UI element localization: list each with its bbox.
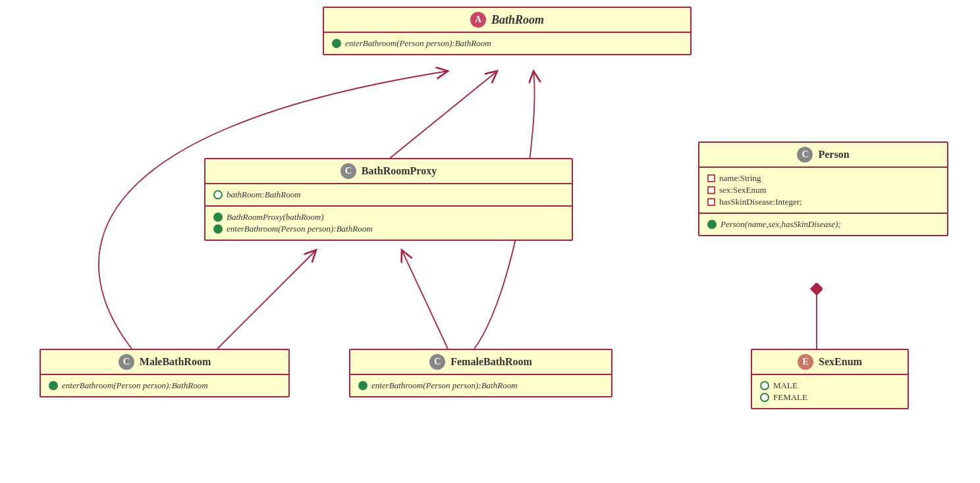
person-field-2: sex:SexEnum xyxy=(707,185,939,195)
diagram-container: A BathRoom enterBathroom(Person person):… xyxy=(0,0,980,483)
method-icon xyxy=(707,220,717,229)
method-icon xyxy=(213,224,223,234)
malebathroom-header: C MaleBathRoom xyxy=(41,350,288,375)
person-name: Person xyxy=(818,149,849,161)
person-method-1: Person(name,sex,hasSkinDisease); xyxy=(707,219,939,230)
sexenum-value-2: FEMALE xyxy=(760,392,900,403)
person-field-3: hasSkinDisease:Integer; xyxy=(707,197,939,207)
field-icon xyxy=(213,190,223,199)
bathroom-badge: A xyxy=(470,12,486,28)
malebathroom-name: MaleBathRoom xyxy=(140,356,211,368)
sexenum-value-1: MALE xyxy=(760,380,900,391)
sexenum-name: SexEnum xyxy=(819,356,862,368)
person-field-1: name:String xyxy=(707,173,939,184)
sexenum-badge: E xyxy=(798,354,813,370)
malebathroom-method-1: enterBathroom(Person person):BathRoom xyxy=(49,380,281,391)
svg-line-1 xyxy=(217,250,316,349)
bathroomproxy-method-1: BathRoomProxy(bathRoom) xyxy=(213,212,564,222)
malebathroom-methods: enterBathroom(Person person):BathRoom xyxy=(41,375,288,396)
bathroomproxy-badge: C xyxy=(340,163,356,179)
bathroom-class: A BathRoom enterBathroom(Person person):… xyxy=(323,7,692,55)
field-icon xyxy=(707,198,715,206)
femalebathroom-class: C FemaleBathRoom enterBathroom(Person pe… xyxy=(349,349,612,397)
method-icon xyxy=(358,381,368,390)
person-fields: name:String sex:SexEnum hasSkinDisease:I… xyxy=(699,168,947,214)
sexenum-header: E SexEnum xyxy=(752,350,908,375)
femalebathroom-method-1: enterBathroom(Person person):BathRoom xyxy=(358,380,603,391)
method-icon xyxy=(213,213,223,222)
bathroom-methods: enterBathroom(Person person):BathRoom xyxy=(324,33,690,54)
value-icon xyxy=(760,393,769,402)
field-icon xyxy=(707,174,715,182)
femalebathroom-name: FemaleBathRoom xyxy=(450,356,532,368)
bathroomproxy-header: C BathRoomProxy xyxy=(205,159,572,184)
field-icon xyxy=(707,186,715,194)
person-badge: C xyxy=(797,147,813,163)
person-class: C Person name:String sex:SexEnum hasSkin… xyxy=(698,141,948,236)
femalebathroom-methods: enterBathroom(Person person):BathRoom xyxy=(350,375,611,396)
bathroomproxy-field-1: bathRoom:BathRoom xyxy=(213,190,564,200)
svg-line-2 xyxy=(402,250,448,349)
bathroom-method-1: enterBathroom(Person person):BathRoom xyxy=(332,38,682,49)
person-header: C Person xyxy=(699,143,947,168)
sexenum-values: MALE FEMALE xyxy=(752,375,908,408)
malebathroom-badge: C xyxy=(119,354,134,370)
malebathroom-class: C MaleBathRoom enterBathroom(Person pers… xyxy=(40,349,290,397)
method-icon xyxy=(332,39,341,48)
arrows-svg xyxy=(0,0,980,483)
svg-line-0 xyxy=(389,71,497,159)
method-icon xyxy=(49,381,58,390)
bathroom-name: BathRoom xyxy=(491,13,544,27)
bathroom-header: A BathRoom xyxy=(324,8,690,33)
bathroomproxy-method-2: enterBathroom(Person person):BathRoom xyxy=(213,224,564,234)
bathroomproxy-class: C BathRoomProxy bathRoom:BathRoom BathRo… xyxy=(204,158,573,241)
value-icon xyxy=(760,381,769,390)
femalebathroom-header: C FemaleBathRoom xyxy=(350,350,611,375)
bathroomproxy-methods: BathRoomProxy(bathRoom) enterBathroom(Pe… xyxy=(205,207,572,240)
sexenum-class: E SexEnum MALE FEMALE xyxy=(751,349,909,409)
bathroomproxy-fields: bathRoom:BathRoom xyxy=(205,184,572,207)
femalebathroom-badge: C xyxy=(429,354,445,370)
bathroomproxy-name: BathRoomProxy xyxy=(362,165,437,177)
person-methods: Person(name,sex,hasSkinDisease); xyxy=(699,214,947,235)
